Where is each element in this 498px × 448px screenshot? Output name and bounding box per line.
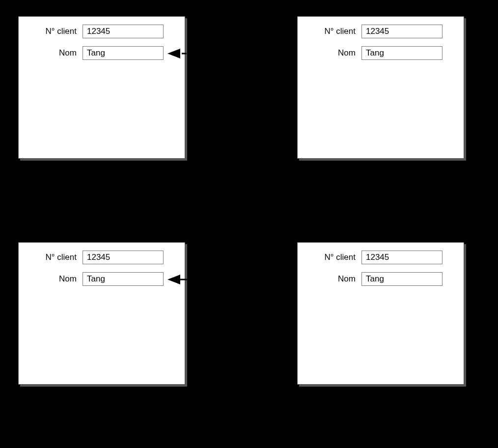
field-name[interactable]: Tang xyxy=(83,272,164,286)
field-client[interactable]: 12345 xyxy=(83,25,164,38)
panel-top-left: N° client 12345 Nom Tang xyxy=(18,16,185,159)
row-client: N° client 12345 xyxy=(298,25,464,38)
label-client: N° client xyxy=(298,27,361,36)
field-client[interactable]: 12345 xyxy=(361,25,443,38)
row-name: Nom Tang xyxy=(19,272,185,286)
row-client: N° client 12345 xyxy=(298,251,464,264)
label-client: N° client xyxy=(19,27,83,36)
panel-bottom-left: N° client 12345 Nom Tang xyxy=(18,242,185,385)
row-client: N° client 12345 xyxy=(19,25,185,38)
field-name[interactable]: Tang xyxy=(361,46,443,60)
label-client: N° client xyxy=(298,252,361,262)
svg-marker-3 xyxy=(167,275,180,284)
row-client: N° client 12345 xyxy=(19,251,185,264)
row-name: Nom Tang xyxy=(298,272,464,286)
field-name[interactable]: Tang xyxy=(361,272,443,286)
svg-marker-1 xyxy=(167,49,180,58)
row-name: Nom Tang xyxy=(19,46,185,60)
field-client[interactable]: 12345 xyxy=(361,251,443,264)
field-client[interactable]: 12345 xyxy=(83,251,164,264)
field-name[interactable]: Tang xyxy=(83,46,164,60)
label-name: Nom xyxy=(19,48,83,58)
label-client: N° client xyxy=(19,252,83,262)
panel-bottom-right: N° client 12345 Nom Tang xyxy=(297,242,464,385)
panel-top-right: N° client 12345 Nom Tang xyxy=(297,16,464,159)
row-name: Nom Tang xyxy=(298,46,464,60)
connector-top xyxy=(165,48,314,62)
label-name: Nom xyxy=(19,274,83,284)
connector-bottom xyxy=(165,274,314,288)
